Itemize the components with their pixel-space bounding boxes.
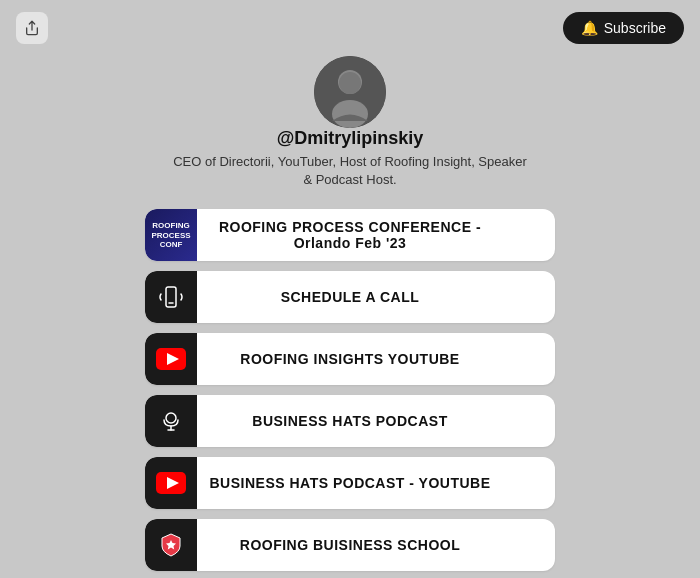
top-bar: 🔔 Subscribe (0, 0, 700, 56)
link-icon-call (145, 271, 197, 323)
subscribe-button[interactable]: 🔔 Subscribe (563, 12, 684, 44)
shield-star-icon (158, 532, 184, 558)
svg-point-4 (339, 72, 361, 94)
profile-section: @Dmitrylipinskiy CEO of Directorii, YouT… (170, 56, 530, 189)
link-label-biz-yt: BUSINESS HATS PODCAST - YOUTUBE (197, 475, 555, 491)
svg-point-7 (166, 413, 176, 423)
share-icon (24, 20, 40, 36)
bio: CEO of Directorii, YouTuber, Host of Roo… (170, 153, 530, 189)
phone-vibrate-icon (159, 285, 183, 309)
subscribe-label: Subscribe (604, 20, 666, 36)
share-button[interactable] (16, 12, 48, 44)
link-label-call: SCHEDULE A CALL (197, 289, 555, 305)
username: @Dmitrylipinskiy (277, 128, 424, 149)
youtube-icon-2 (156, 472, 186, 494)
microphone-icon (159, 409, 183, 433)
link-icon-school (145, 519, 197, 571)
avatar-image (314, 56, 386, 128)
link-item[interactable]: BUSINESS HATS PODCAST - YOUTUBE (145, 457, 555, 509)
svg-point-3 (332, 100, 368, 128)
link-label-conference: ROOFING PROCESS CONFERENCE - Orlando Feb… (197, 219, 555, 251)
link-icon-podcast (145, 395, 197, 447)
link-icon-biz-yt (145, 457, 197, 509)
page-wrapper: 🔔 Subscribe @Dmitrylipinskiy CEO of Dire… (0, 0, 700, 578)
link-icon-youtube (145, 333, 197, 385)
link-item[interactable]: ROOFING INSIGHTS YOUTUBE (145, 333, 555, 385)
links-list: ROOFINGPROCESSCONF ROOFING PROCESS CONFE… (135, 209, 565, 578)
youtube-icon (156, 348, 186, 370)
avatar (314, 56, 386, 128)
link-item[interactable]: BUSINESS HATS PODCAST (145, 395, 555, 447)
link-icon-conference: ROOFINGPROCESSCONF (145, 209, 197, 261)
svg-rect-5 (166, 287, 176, 307)
link-label-school: ROOFING BUISINESS SCHOOL (197, 537, 555, 553)
link-label-roofing-yt: ROOFING INSIGHTS YOUTUBE (197, 351, 555, 367)
bell-icon: 🔔 (581, 20, 598, 36)
link-item[interactable]: ROOFINGPROCESSCONF ROOFING PROCESS CONFE… (145, 209, 555, 261)
link-item[interactable]: SCHEDULE A CALL (145, 271, 555, 323)
link-item[interactable]: ROOFING BUISINESS SCHOOL (145, 519, 555, 571)
link-label-biz-hats: BUSINESS HATS PODCAST (197, 413, 555, 429)
